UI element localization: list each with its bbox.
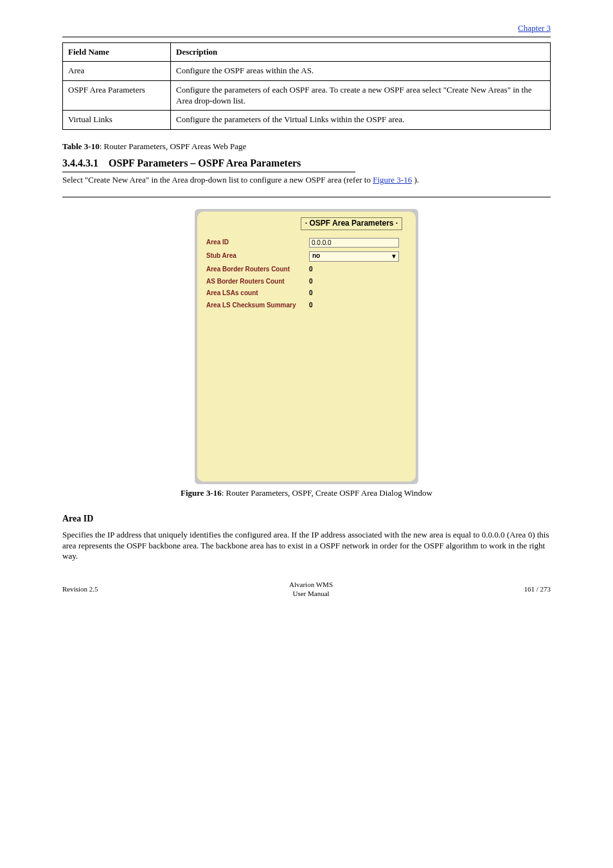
ospf-row-area-id: Area ID (206, 238, 407, 248)
chevron-down-icon: ▼ (391, 253, 397, 260)
table-caption-prefix: Table 3-10 (62, 141, 100, 151)
section-body-part2: ). (414, 175, 419, 185)
footer-mid: Alvarion WMS User Manual (98, 580, 524, 598)
th-field-name: Field Name (63, 42, 171, 62)
ospf-row-abr-count: Area Border Routers Count 0 (206, 266, 407, 274)
ospf-label: Area ID (206, 239, 309, 247)
cell-name: OSPF Area Parameters (63, 80, 171, 110)
ospf-label: Area LSAs count (206, 289, 309, 298)
ospf-value: 0 (309, 302, 313, 310)
ospf-row-stub-area: Stub Area no ▼ (206, 251, 407, 262)
cell-desc: Configure the parameters of the Virtual … (171, 111, 551, 130)
table-caption-text: : Router Parameters, OSPF Areas Web Page (100, 141, 247, 151)
table-row: Area Configure the OSPF areas within the… (63, 62, 551, 81)
ospf-panel-inner: · OSPF Area Parameters · Area ID Stub Ar… (197, 212, 416, 482)
footer-mid-line1: Alvarion WMS (98, 580, 524, 589)
ospf-label: Stub Area (206, 252, 309, 260)
footer-mid-line2: User Manual (98, 589, 524, 598)
chapter-link: Chapter 3 (62, 23, 551, 34)
figure-caption: Figure 3-16: Router Parameters, OSPF, Cr… (62, 488, 551, 499)
cell-name: Virtual Links (63, 111, 171, 130)
ospf-label: Area LS Checksum Summary (206, 302, 309, 310)
table-row: OSPF Area Parameters Configure the param… (63, 80, 551, 110)
page-footer: Revision 2.5 Alvarion WMS User Manual 16… (37, 580, 576, 598)
chapter-link-text: Chapter 3 (518, 23, 551, 33)
ospf-panel: · OSPF Area Parameters · Area ID Stub Ar… (195, 209, 418, 484)
subsection-body: Specifies the IP address that uniquely i… (62, 530, 551, 562)
cell-name: Area (63, 62, 171, 81)
params-table: Field Name Description Area Configure th… (62, 42, 551, 130)
stub-area-value: no (312, 252, 320, 260)
ospf-value: 0 (309, 278, 313, 286)
section-body: Select "Create New Area" in the Area dro… (62, 175, 551, 186)
th-description: Description (171, 42, 551, 62)
section-number: 3.4.4.3.1 (62, 158, 98, 168)
top-rule (62, 37, 551, 37)
section-rule (62, 197, 551, 197)
footer-right: 161 / 273 (524, 584, 551, 593)
ospf-row-lsa-count: Area LSAs count 0 (206, 289, 407, 298)
table-caption: Table 3-10: Router Parameters, OSPF Area… (62, 141, 551, 152)
figure-ref-link[interactable]: Figure 3-16 (373, 175, 412, 185)
ospf-label: AS Border Routers Count (206, 278, 309, 286)
ospf-row-asbr-count: AS Border Routers Count 0 (206, 278, 407, 286)
ospf-label: Area Border Routers Count (206, 266, 309, 274)
footer-left: Revision 2.5 (62, 584, 98, 593)
ospf-row-ls-checksum: Area LS Checksum Summary 0 (206, 302, 407, 310)
subsection-heading: Area ID (62, 513, 551, 525)
ospf-value: 0 (309, 266, 313, 274)
table-row: Virtual Links Configure the parameters o… (63, 111, 551, 130)
ospf-panel-title: · OSPF Area Parameters · (301, 217, 402, 230)
area-id-input[interactable] (309, 238, 399, 248)
figure-wrapper: · OSPF Area Parameters · Area ID Stub Ar… (62, 209, 551, 499)
section-body-part1: Select "Create New Area" in the Area dro… (62, 175, 373, 185)
ospf-value: 0 (309, 289, 313, 298)
cell-desc: Configure the OSPF areas within the AS. (171, 62, 551, 81)
section-heading: 3.4.4.3.1 OSPF Parameters – OSPF Area Pa… (62, 157, 355, 172)
section-title: OSPF Parameters – OSPF Area Parameters (109, 158, 301, 168)
stub-area-select[interactable]: no ▼ (309, 251, 399, 262)
figure-caption-text: : Router Parameters, OSPF, Create OSPF A… (222, 488, 432, 498)
figure-caption-prefix: Figure 3-16 (181, 488, 222, 498)
table-header-row: Field Name Description (63, 42, 551, 62)
cell-desc: Configure the parameters of each OSPF ar… (171, 80, 551, 110)
